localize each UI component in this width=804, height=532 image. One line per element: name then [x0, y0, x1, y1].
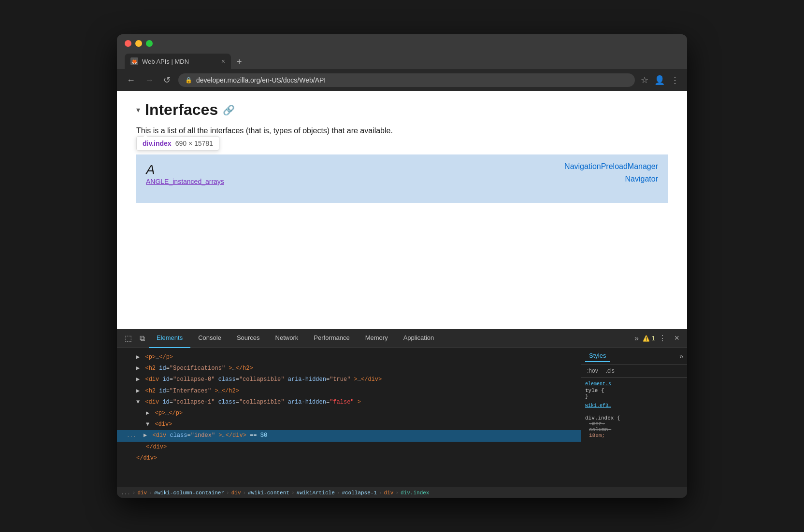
- tab-bar: 🦊 Web APIs | MDN × +: [125, 54, 679, 69]
- traffic-light-yellow[interactable]: [135, 40, 142, 47]
- wiki-style-rule: wiki.ef3… div.index { -moz- column- 18em…: [585, 403, 683, 438]
- breadcrumb-div-1[interactable]: div: [137, 490, 147, 496]
- breadcrumb-wiki-content[interactable]: #wiki-content: [248, 490, 289, 496]
- page-content: ▾ Interfaces 🔗 This is a list of all the…: [117, 91, 687, 329]
- menu-button[interactable]: ⋮: [671, 75, 679, 85]
- account-button[interactable]: 👤: [654, 75, 665, 85]
- style-selector-text: div.index {: [585, 415, 620, 421]
- index-link-1[interactable]: Navigator: [625, 175, 658, 183]
- browser-tab-active[interactable]: 🦊 Web APIs | MDN ×: [125, 54, 231, 69]
- traffic-light-green[interactable]: [146, 40, 153, 47]
- triangle-icon[interactable]: ▶: [144, 432, 147, 439]
- styles-panel: Styles » :hov .cls element.s tyle { } wi…: [581, 348, 687, 488]
- breadcrumb-wiki-column[interactable]: #wiki-column-container: [154, 490, 224, 496]
- inspector-icon[interactable]: ⬚: [121, 330, 136, 347]
- triangle-icon[interactable]: ▶: [146, 410, 149, 417]
- html-line-2[interactable]: ▶ <h2 id="Specifications" >…</h2>: [117, 363, 581, 374]
- element-style-rule: element.s tyle { }: [585, 381, 683, 399]
- breadcrumb-wiki-article[interactable]: #wikiArticle: [297, 490, 335, 496]
- url-display: developer.mozilla.org/en-US/docs/Web/API: [196, 76, 326, 84]
- index-links: NavigationPreloadManager Navigator: [564, 162, 658, 183]
- tab-network[interactable]: Network: [268, 329, 306, 348]
- element-tooltip: div.index 690 × 15781: [136, 136, 219, 151]
- breadcrumb-ellipsis[interactable]: ...: [121, 490, 130, 496]
- index-area: A ANGLE_instanced_arrays NavigationPrelo…: [136, 154, 668, 203]
- computed-tab[interactable]: »: [679, 352, 683, 360]
- more-tabs-button[interactable]: »: [631, 330, 643, 347]
- hov-filter-button[interactable]: :hov: [585, 366, 600, 375]
- collapse-arrow-icon[interactable]: ▾: [136, 105, 140, 114]
- tooltip-size: 690 × 15781: [175, 140, 213, 147]
- html-line-3[interactable]: ▶ <div id="collapse-0" class="collapsibl…: [117, 374, 581, 385]
- section-link-icon[interactable]: 🔗: [223, 104, 235, 116]
- devtools-more-button[interactable]: ⋮: [655, 330, 670, 347]
- traffic-lights: [125, 40, 679, 47]
- tab-sources[interactable]: Sources: [229, 329, 268, 348]
- html-line-6[interactable]: ▶ <p>…</p>: [117, 408, 581, 419]
- html-line-7[interactable]: ▼ <div>: [117, 419, 581, 430]
- devtools-close-button[interactable]: ×: [670, 329, 683, 347]
- warning-indicator: ⚠️ 1: [643, 335, 655, 342]
- styles-content: element.s tyle { } wiki.ef3… div.index {…: [581, 378, 687, 488]
- description-text: This is a list of all the interfaces (th…: [136, 126, 668, 135]
- tooltip-tag: div.index: [143, 140, 172, 147]
- lock-icon: 🔒: [185, 77, 192, 84]
- strikethrough-val: column-: [585, 427, 611, 433]
- address-actions: ☆ 👤 ⋮: [641, 75, 679, 85]
- tab-elements[interactable]: Elements: [149, 329, 190, 348]
- breadcrumb-div-2[interactable]: div: [231, 490, 241, 496]
- tab-close-button[interactable]: ×: [221, 57, 225, 65]
- reload-button[interactable]: ↺: [161, 73, 172, 87]
- devtools-body: ▶ <p>…</p> ▶ <h2 id="Specifications" >…<…: [117, 348, 687, 488]
- index-link-0[interactable]: NavigationPreloadManager: [564, 162, 658, 171]
- warning-icon: ⚠️: [643, 335, 650, 342]
- element-style-source: element.s: [585, 381, 683, 387]
- wiki-style-source[interactable]: wiki.ef3…: [585, 403, 683, 408]
- triangle-expand-icon[interactable]: ▼: [136, 399, 140, 406]
- html-line-5[interactable]: ▼ <div id="collapse-1" class="collapsibl…: [117, 397, 581, 408]
- traffic-light-red[interactable]: [125, 40, 131, 47]
- html-line-10[interactable]: </div>: [117, 453, 581, 464]
- tab-title: Web APIs | MDN: [142, 58, 217, 65]
- browser-window: 🦊 Web APIs | MDN × + ← → ↺ 🔒 developer.m…: [117, 34, 687, 498]
- section-title: Interfaces: [145, 101, 218, 119]
- triangle-icon[interactable]: ▶: [136, 388, 140, 394]
- breadcrumb-div-index[interactable]: div.index: [401, 490, 429, 496]
- tab-console[interactable]: Console: [190, 329, 229, 348]
- breadcrumb-collapse-1[interactable]: #collapse-1: [342, 490, 377, 496]
- triangle-icon[interactable]: ▶: [136, 365, 140, 372]
- tab-favicon: 🦊: [130, 57, 138, 65]
- section-heading: ▾ Interfaces 🔗: [136, 101, 668, 119]
- responsive-icon[interactable]: ⧉: [136, 330, 149, 347]
- html-line-9[interactable]: </div>: [117, 442, 581, 453]
- index-left: A ANGLE_instanced_arrays: [146, 162, 224, 185]
- style-val-18em: 18em;: [585, 433, 605, 438]
- page-body: ▾ Interfaces 🔗 This is a list of all the…: [117, 91, 687, 329]
- strikethrough-prop: -moz-: [589, 421, 605, 427]
- forward-button[interactable]: →: [143, 73, 156, 87]
- tab-performance[interactable]: Performance: [306, 329, 357, 348]
- triangle-icon[interactable]: ▶: [136, 376, 140, 383]
- html-line-1[interactable]: ▶ <p>…</p>: [117, 352, 581, 363]
- cls-filter-button[interactable]: .cls: [604, 366, 617, 375]
- tab-memory[interactable]: Memory: [358, 329, 396, 348]
- ellipsis-button[interactable]: ...: [127, 433, 136, 438]
- address-bar: ← → ↺ 🔒 developer.mozilla.org/en-US/docs…: [117, 69, 687, 91]
- index-highlighted-link[interactable]: ANGLE_instanced_arrays: [146, 178, 224, 185]
- devtools-tabs: ⬚ ⧉ Elements Console Sources Network Per…: [117, 329, 687, 348]
- html-line-4[interactable]: ▶ <h2 id="Interfaces" >…</h2>: [117, 386, 581, 397]
- styles-tab[interactable]: Styles: [585, 350, 610, 362]
- warning-count: 1: [652, 335, 655, 342]
- triangle-icon[interactable]: ▶: [136, 354, 140, 361]
- styles-filter-row: :hov .cls: [581, 364, 687, 378]
- triangle-expand-icon[interactable]: ▼: [146, 421, 149, 428]
- html-line-8-selected[interactable]: ... ▶ <div class="index" >…</div> == $0: [117, 430, 581, 441]
- tab-application[interactable]: Application: [396, 329, 442, 348]
- new-tab-button[interactable]: +: [233, 55, 246, 69]
- devtools-breadcrumb: ... › div › #wiki-column-container › div…: [117, 488, 687, 498]
- breadcrumb-div-3[interactable]: div: [384, 490, 394, 496]
- style-property-row: -moz- column- 18em;: [585, 421, 611, 438]
- back-button[interactable]: ←: [125, 73, 137, 87]
- bookmark-button[interactable]: ☆: [641, 75, 648, 85]
- address-field[interactable]: 🔒 developer.mozilla.org/en-US/docs/Web/A…: [178, 73, 635, 87]
